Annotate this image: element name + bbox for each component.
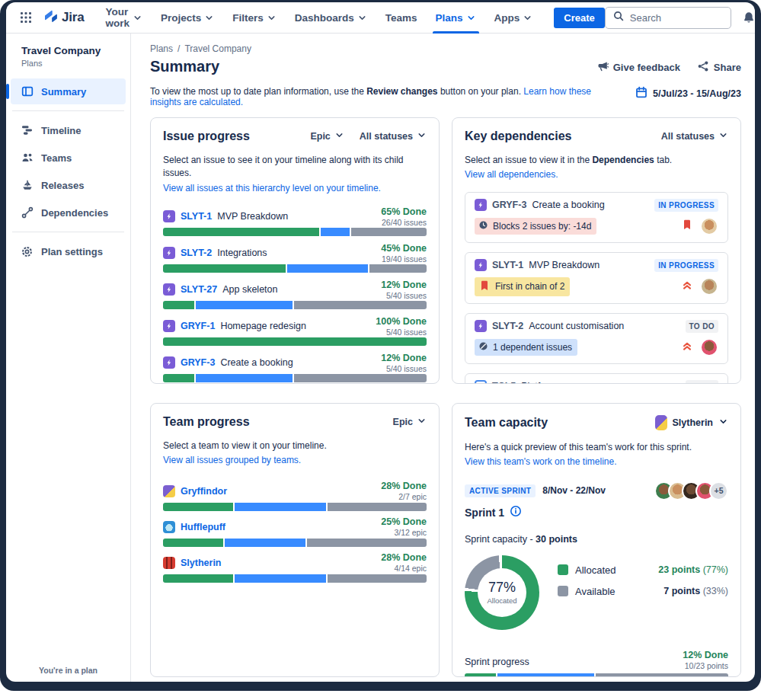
nav-item-dashboards[interactable]: Dashboards [286,2,376,34]
progress-bar [163,503,427,511]
team-row[interactable]: Slytherin28% Done4/14 epic [163,551,427,583]
legend-value: 7 points (33%) [663,586,728,596]
sidebar-item-dependencies[interactable]: Dependencies [11,200,126,225]
bar-segment [196,301,293,309]
issue-row[interactable]: SLYT-1MVP Breakdown65% Done26/40 issues [163,205,427,236]
nav-item-label: Projects [161,12,201,24]
share-label: Share [714,62,741,73]
task-icon [475,380,487,384]
nav-item-plans[interactable]: Plans [427,2,485,34]
bar-segment [328,574,427,583]
bar-segment [163,374,194,382]
nav-item-projects[interactable]: Projects [152,2,223,34]
breadcrumb-plans[interactable]: Plans [150,43,173,54]
sidebar-item-releases[interactable]: Releases [11,172,126,198]
chevron-down-icon [718,130,728,142]
issue-name: Integrations [217,248,267,258]
plan-footer-note: You're in a plan [6,666,130,675]
bar-segment [321,228,350,236]
info-icon[interactable] [510,505,522,520]
nav-item-label: Apps [494,12,520,24]
create-button[interactable]: Create [554,8,604,28]
dependency-item[interactable]: SLYT-2Account customisationTO DO1 depend… [465,313,728,364]
legend-row: Available7 points (33%) [558,586,728,597]
view-teams-link[interactable]: View all issues grouped by teams. [163,454,427,467]
epic-icon [163,356,175,369]
sprint-avatar-stack[interactable]: +5 [660,481,728,500]
bar-segment [497,673,594,677]
search-box[interactable] [605,7,731,29]
sidebar-item-plan-settings[interactable]: Plan settings [11,238,126,264]
issue-status-dropdown[interactable]: All statuses [360,130,427,142]
progress-bar [163,574,427,583]
sidebar-item-timeline[interactable]: Timeline [11,117,126,143]
view-team-timeline-link[interactable]: View this team's work on the timeline. [465,455,728,468]
chevron-down-icon [267,13,277,23]
sidebar-item-summary[interactable]: Summary [11,78,126,104]
epic-icon [163,283,175,296]
nav-item-label: Plans [436,12,463,24]
status-badge: TO DO [686,380,718,384]
nav-item-apps[interactable]: Apps [485,2,542,34]
issue-key: GRYF-3 [181,357,215,368]
notifications-bell-icon[interactable] [743,11,755,24]
nav-item-filters[interactable]: Filters [223,2,286,34]
give-feedback-button[interactable]: Give feedback [596,60,680,75]
team-list: Gryffindor28% Done2/7 epicHufflepuff25% … [163,480,427,583]
search-input[interactable] [630,12,714,24]
teams-icon [21,152,34,164]
issue-level-dropdown[interactable]: Epic [310,130,344,142]
issue-row[interactable]: SLYT-27App skeleton12% Done5/40 issues [163,278,427,309]
issue-row[interactable]: SLYT-2Integrations45% Done19/40 issues [163,241,427,273]
sidebar-divider [12,232,124,232]
team-capacity-card: Team capacity Slytherin Here's a quick p… [452,403,741,677]
chevron-down-icon [523,13,532,23]
dependency-item[interactable]: SLYT-1MVP BreakdownIN PROGRESSFirst in c… [465,252,728,304]
share-button[interactable]: Share [697,60,741,75]
dependency-item[interactable]: TCI-5PlatformTO DO1 dependent issue [465,373,728,384]
nav-item-your-work[interactable]: Your work [96,2,152,34]
issue-name: Create a booking [532,200,604,210]
bar-segment [163,264,286,273]
issue-row[interactable]: GRYF-1Homepage redesign100% Done5/40 iss… [163,315,427,346]
sidebar-divider [12,110,124,111]
epic-icon [163,247,175,259]
issue-name: MVP Breakdown [217,211,288,222]
bar-segment [235,574,326,583]
key-dependencies-title: Key dependencies [465,129,572,143]
dependencies-status-dropdown[interactable]: All statuses [661,130,728,142]
dependency-chip: First in chain of 2 [475,277,570,296]
issue-key: GRYF-1 [181,321,215,331]
team-row[interactable]: Gryffindor28% Done2/7 epic [163,480,427,511]
issue-list: SLYT-1MVP Breakdown65% Done26/40 issuesS… [163,205,427,384]
share-icon [697,60,709,75]
status-badge: TO DO [686,320,718,333]
app-switcher-icon[interactable] [20,11,32,24]
view-all-dependencies-link[interactable]: View all dependencies. [465,168,728,181]
team-selector-dropdown[interactable]: Slytherin [655,415,729,430]
team-level-dropdown[interactable]: Epic [393,416,427,428]
jira-logo[interactable]: Jira [43,8,84,27]
issue-count: 5/40 issues [376,328,427,337]
team-avatar [163,557,175,569]
bar-segment [163,301,194,309]
priority-chevrons-icon [681,279,693,294]
bar-segment [465,673,496,677]
sprint-capacity-line: Sprint capacity - 30 points [465,534,728,545]
team-name: Gryffindor [181,486,227,497]
team-row[interactable]: Hufflepuff25% Done3/12 epic [163,516,427,547]
issue-row[interactable]: GRYF-3Create a booking12% Done5/40 issue… [163,351,427,382]
view-all-issues-link[interactable]: View all issues at this hierarchy level … [163,182,427,195]
breadcrumb-travel-company[interactable]: Travel Company [184,43,251,54]
sidebar-item-label: Dependencies [41,207,108,219]
sprint-dates: 8/Nov - 22/Nov [542,485,606,496]
sidebar: Travel Company Plans SummaryTimelineTeam… [6,34,131,682]
dependency-item[interactable]: GRYF-3Create a bookingIN PROGRESSBlocks … [465,192,728,243]
active-sprint-badge: ACTIVE SPRINT [465,484,536,497]
clock-icon [478,220,488,232]
issue-key: TCI-5 [492,381,516,384]
sidebar-item-teams[interactable]: Teams [11,145,126,171]
epic-icon [163,320,175,332]
sprint-name: Sprint 1 [465,507,504,519]
nav-item-teams[interactable]: Teams [376,2,427,34]
